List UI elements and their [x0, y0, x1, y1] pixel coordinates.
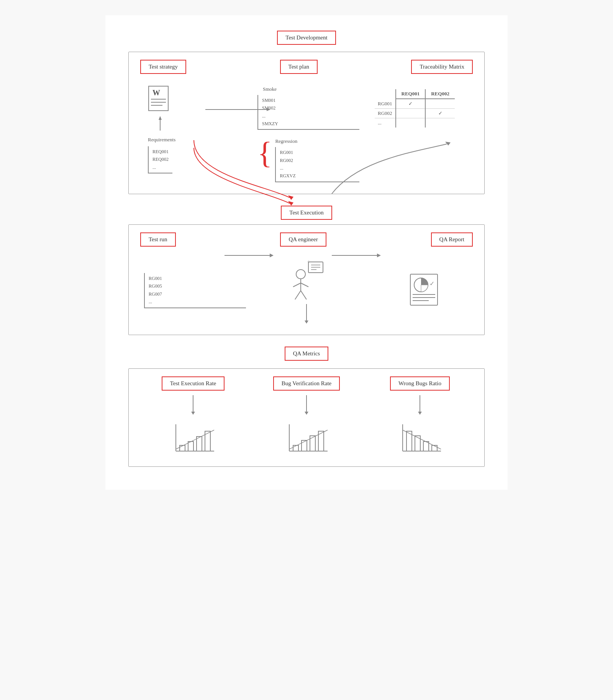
svg-line-21: [301, 291, 306, 299]
matrix-col1: REQ001: [396, 89, 426, 99]
regression-label: Regression: [275, 137, 359, 146]
svg-marker-31: [377, 254, 381, 257]
run-item-2: RG005: [149, 282, 242, 290]
svg-marker-8: [288, 195, 293, 200]
regression-item-1: RG001: [280, 149, 356, 156]
bug-verif-rate-arrow: [306, 395, 307, 414]
regression-list: RG001 RG002 ... RGXVZ: [275, 147, 359, 182]
test-plan-col: Smoke SM001 SM002 ... SMXZY { Regression…: [254, 85, 359, 182]
smoke-label: Smoke: [263, 85, 359, 93]
dev-sub-headers: Test strategy Test plan Traceability Mat…: [140, 60, 473, 74]
qa-engineer-col: +: [254, 258, 359, 323]
test-execution-box: Test Execution: [281, 206, 332, 220]
metrics-grid: Test Execution Rate: [140, 376, 473, 455]
smoke-item-1: SM001: [262, 96, 356, 104]
smoke-item-3: ...: [262, 112, 356, 120]
svg-line-18: [293, 283, 301, 287]
svg-marker-29: [270, 254, 274, 257]
bug-verification-rate-col: Bug Verification Rate: [254, 376, 359, 455]
test-development-section: Test strategy Test plan Traceability Mat…: [128, 52, 485, 194]
svg-text:W: W: [152, 88, 160, 97]
bug-verification-rate-box: Bug Verification Rate: [273, 376, 340, 391]
matrix-col2: REQ002: [425, 89, 455, 99]
qa-engineer-box: QA engineer: [280, 232, 326, 247]
exec-sub-headers: Test run QA engineer QA Report: [140, 232, 473, 247]
run-item-4: ...: [149, 298, 242, 306]
matrix-check2: ✓: [425, 109, 455, 118]
requirements-label: Requirements: [148, 136, 175, 144]
qa-metrics-box: QA Metrics: [285, 347, 328, 361]
matrix-empty1: [425, 99, 455, 109]
main-canvas: Test Development Test strategy Test plan…: [105, 15, 508, 490]
req-item-1: REQ001: [152, 148, 169, 155]
qa-metrics-title-row: QA Metrics: [128, 347, 485, 361]
svg-line-41: [289, 430, 328, 449]
req-item-3: ...: [152, 164, 169, 171]
smoke-item-4: SMXZY: [262, 120, 356, 128]
matrix-row1: RG001: [375, 99, 396, 109]
requirements-list: REQ001 REQ002 ...: [148, 146, 172, 173]
svg-line-34: [176, 430, 214, 449]
traceability-col: REQ001 REQ002 RG001 ✓ RG002: [367, 85, 473, 128]
traceability-matrix-box: Traceability Matrix: [411, 60, 473, 74]
regression-item-4: RGXVZ: [280, 172, 356, 180]
svg-line-48: [403, 430, 441, 449]
metrics-section: Test Execution Rate: [128, 368, 485, 467]
arrow-up-doc: [158, 116, 162, 133]
test-execution-title-row: Test Execution: [128, 206, 485, 220]
svg-line-20: [295, 291, 301, 299]
test-execution-rate-box: Test Execution Rate: [162, 376, 225, 391]
smoke-list: SM001 SM002 ... SMXZY: [257, 95, 359, 130]
run-item-1: RG001: [149, 275, 242, 282]
req-item-2: REQ002: [152, 155, 169, 163]
qa-engineer-icon: +: [287, 258, 326, 300]
test-execution-chart: [170, 420, 216, 455]
test-run-list: RG001 RG005 RG007 ...: [144, 273, 246, 308]
wrong-bugs-chart: [397, 420, 443, 455]
exec-content-grid: RG001 RG005 RG007 ... +: [140, 258, 473, 323]
svg-rect-50: [415, 436, 420, 451]
regression-item-2: RG002: [280, 157, 356, 164]
qa-report-col: ✓: [367, 273, 473, 307]
test-development-box: Test Development: [277, 31, 336, 45]
bug-verification-chart: [284, 420, 329, 455]
dev-content-grid: W Requirements REQ: [140, 85, 473, 182]
svg-marker-6: [159, 116, 162, 120]
wrong-bugs-ratio-box: Wrong Bugs Ratio: [390, 376, 450, 391]
regression-item-3: ...: [280, 164, 356, 172]
run-item-3: RG007: [149, 290, 242, 298]
test-execution-rate-col: Test Execution Rate: [140, 376, 246, 455]
test-run-box: Test run: [140, 232, 176, 247]
test-plan-box: Test plan: [280, 60, 318, 74]
svg-text:✓: ✓: [429, 280, 434, 287]
engineer-down-arrow: [306, 304, 307, 323]
matrix-row2: RG002: [375, 109, 396, 118]
test-strategy-col: W Requirements REQ: [140, 85, 246, 173]
wrong-bugs-ratio-col: Wrong Bugs Ratio: [367, 376, 473, 455]
traceability-table: REQ001 REQ002 RG001 ✓ RG002: [375, 89, 455, 128]
svg-rect-44: [310, 436, 315, 451]
smoke-item-2: SM002: [262, 104, 356, 112]
matrix-check1: ✓: [396, 99, 426, 109]
svg-line-19: [301, 283, 308, 287]
test-development-title-row: Test Development: [128, 31, 485, 45]
test-execution-section: Test run QA engineer QA Report RG001 RG0…: [128, 224, 485, 335]
wrong-bugs-arrow: [420, 395, 420, 414]
svg-point-16: [296, 270, 305, 279]
report-icon: ✓: [410, 273, 438, 306]
document-icon: W: [148, 85, 169, 113]
curly-brace-icon: {: [257, 137, 272, 168]
matrix-row3: ...: [375, 118, 396, 128]
qa-report-box: QA Report: [431, 232, 473, 247]
matrix-empty2: [396, 109, 426, 118]
test-exec-rate-arrow: [193, 395, 193, 414]
test-run-col: RG001 RG005 RG007 ...: [140, 273, 246, 308]
svg-text:+: +: [307, 259, 310, 265]
svg-marker-9: [288, 201, 293, 206]
test-strategy-box: Test strategy: [140, 60, 186, 74]
